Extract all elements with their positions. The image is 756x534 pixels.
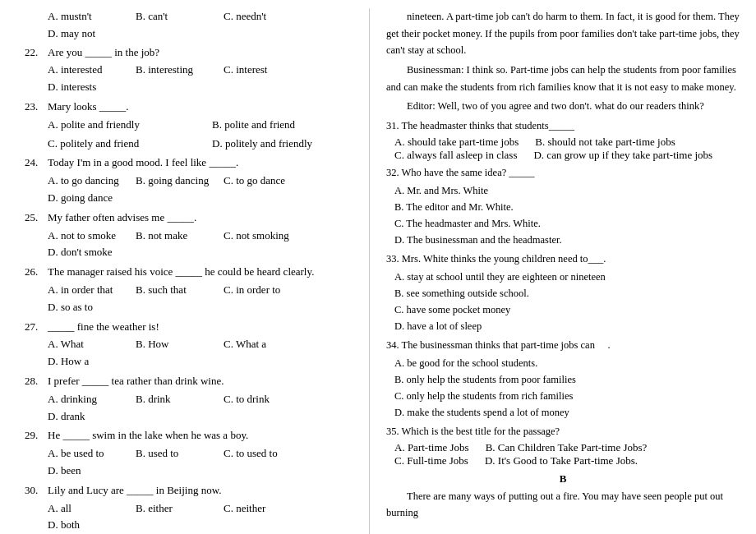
question-24: 24. Today I'm in a good mood. I feel lik… bbox=[25, 154, 353, 206]
option-c: C. needn't bbox=[224, 8, 310, 25]
question-28: 28. I prefer _____ tea rather than drink… bbox=[25, 373, 353, 425]
option-a: A. mustn't bbox=[48, 8, 134, 25]
question-29: 29. He _____ swim in the lake when he wa… bbox=[25, 427, 353, 479]
page: A. mustn't B. can't C. needn't D. may no… bbox=[0, 0, 756, 534]
question-30: 30. Lily and Lucy are _____ in Beijing n… bbox=[25, 482, 353, 534]
passage-b-text: There are many ways of putting out a fir… bbox=[386, 488, 740, 522]
question-31: 31. The headmaster thinks that students_… bbox=[386, 117, 740, 162]
question-32: 32. Who have the same idea? _____ A. Mr.… bbox=[386, 164, 740, 248]
question-23: 23. Mary looks _____. A. polite and frie… bbox=[25, 99, 353, 152]
question-35: 35. Which is the best title for the pass… bbox=[386, 423, 740, 467]
option-d: D. may not bbox=[48, 25, 134, 43]
passage-b-title: B bbox=[386, 472, 740, 486]
question-30-options: A. all B. either C. neither D. both bbox=[48, 500, 353, 534]
question-27: 27. _____ fine the weather is! A. What B… bbox=[25, 319, 353, 371]
passage-continues: nineteen. A part-time job can't do harm … bbox=[386, 8, 740, 59]
question-26-options: A. in order that B. such that C. in orde… bbox=[48, 282, 353, 316]
prev-question-options: A. mustn't B. can't C. needn't D. may no… bbox=[48, 8, 353, 43]
left-column: A. mustn't B. can't C. needn't D. may no… bbox=[0, 8, 370, 534]
option-b: B. can't bbox=[136, 8, 222, 25]
passage-businessman: Businessman: I think so. Part-time jobs … bbox=[386, 62, 740, 95]
question-25-options: A. not to smoke B. not make C. not smoki… bbox=[48, 228, 353, 262]
question-24-options: A. to go dancing B. going dancing C. to … bbox=[48, 173, 353, 207]
question-33: 33. Mrs. White thinks the young children… bbox=[386, 251, 740, 334]
right-column: nineteen. A part-time job can't do harm … bbox=[370, 8, 756, 534]
question-28-options: A. drinking B. drink C. to drink D. dran… bbox=[48, 391, 353, 426]
question-26: 26. The manager raised his voice _____ h… bbox=[25, 264, 353, 315]
question-25: 25. My father often advises me _____. A.… bbox=[25, 209, 353, 261]
question-23-options-row1: A. polite and friendly B. polite and fri… bbox=[48, 117, 353, 134]
question-27-options: A. What B. How C. What a D. How a bbox=[48, 336, 353, 371]
question-22-text: 22. Are you _____ in the job? bbox=[25, 44, 353, 62]
question-22-options: A. interested B. interesting C. interest… bbox=[48, 62, 353, 96]
question-23-options-row2: C. politely and friend D. politely and f… bbox=[48, 136, 353, 153]
question-22: 22. Are you _____ in the job? A. interes… bbox=[25, 44, 353, 96]
question-34: 34. The businessman thinks that part-tim… bbox=[386, 337, 740, 421]
question-29-options: A. be used to B. used to C. to used to D… bbox=[48, 445, 353, 480]
passage-editor: Editor: Well, two of you agree and two d… bbox=[386, 98, 740, 115]
